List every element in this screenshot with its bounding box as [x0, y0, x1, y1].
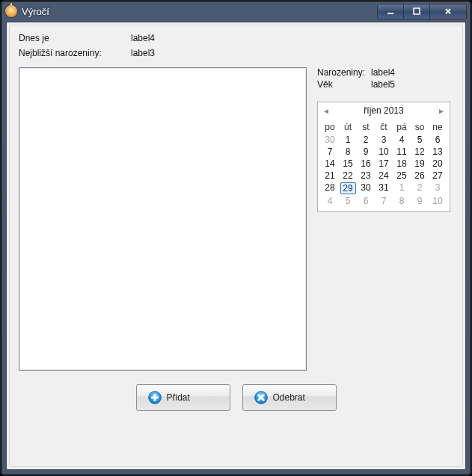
calendar-day[interactable]: 6: [357, 195, 375, 207]
calendar-day[interactable]: 24: [375, 170, 393, 182]
calendar-day[interactable]: 7: [375, 195, 393, 207]
calendar-day[interactable]: 22: [339, 170, 357, 182]
today-row: Dnes je label4: [19, 33, 453, 43]
close-button[interactable]: [430, 4, 467, 19]
calendar-caption[interactable]: říjen 2013: [364, 105, 403, 116]
calendar-day[interactable]: 5: [411, 134, 429, 146]
calendar-day[interactable]: 30: [357, 182, 375, 195]
calendar-day[interactable]: 20: [429, 158, 447, 170]
maximize-button[interactable]: [404, 4, 430, 19]
add-button-label: Přidat: [167, 392, 190, 403]
next-birthday-label: Nejbližší narozeniny:: [19, 48, 131, 58]
plus-circle-icon: [147, 390, 162, 405]
calendar-day[interactable]: 25: [393, 170, 411, 182]
calendar-day[interactable]: 29: [339, 182, 357, 195]
calendar-day[interactable]: 18: [393, 158, 411, 170]
calendar-day[interactable]: 21: [321, 170, 339, 182]
calendar-day[interactable]: 31: [375, 182, 393, 195]
calendar-day[interactable]: 10: [429, 195, 447, 207]
calendar-day[interactable]: 8: [339, 146, 357, 158]
calendar-day[interactable]: 19: [411, 158, 429, 170]
remove-button-label: Odebrat: [273, 392, 305, 403]
calendar-day[interactable]: 16: [357, 158, 375, 170]
calendar-day[interactable]: 11: [393, 146, 411, 158]
app-window: Výročí Dnes je label4 Nejbližší narozeni…: [0, 0, 472, 476]
calendar-day-header: pá: [393, 120, 411, 134]
window-title: Výročí: [22, 6, 49, 17]
age-value: label5: [371, 79, 395, 90]
age-label: Věk: [317, 79, 371, 90]
calendar-next-button[interactable]: ►: [438, 107, 445, 115]
svg-rect-1: [414, 8, 420, 14]
calendar-day[interactable]: 15: [339, 158, 357, 170]
calendar-day[interactable]: 4: [321, 195, 339, 207]
calendar-day[interactable]: 30: [321, 134, 339, 146]
calendar[interactable]: ◄ říjen 2013 ► poútstčtpásone30123456789…: [317, 102, 450, 212]
svg-rect-4: [151, 397, 159, 399]
calendar-day[interactable]: 10: [375, 146, 393, 158]
people-listbox[interactable]: [19, 67, 307, 371]
calendar-day[interactable]: 8: [393, 195, 411, 207]
calendar-day[interactable]: 14: [321, 158, 339, 170]
calendar-day[interactable]: 26: [411, 170, 429, 182]
client-area: Dnes je label4 Nejbližší narozeniny: lab…: [6, 22, 466, 470]
app-icon: [5, 5, 17, 17]
button-bar: Přidat Odebrat: [19, 371, 453, 411]
calendar-day[interactable]: 6: [429, 134, 447, 146]
birthday-label: Narozeniny:: [317, 67, 371, 78]
calendar-day[interactable]: 23: [357, 170, 375, 182]
calendar-day[interactable]: 9: [357, 146, 375, 158]
calendar-day-header: út: [339, 120, 357, 134]
calendar-day[interactable]: 17: [375, 158, 393, 170]
calendar-day[interactable]: 5: [339, 195, 357, 207]
calendar-day[interactable]: 1: [393, 182, 411, 195]
calendar-day[interactable]: 12: [411, 146, 429, 158]
details-panel: Narozeniny: label4 Věk label5 ◄ říjen 20…: [317, 67, 453, 212]
calendar-day[interactable]: 4: [393, 134, 411, 146]
svg-rect-0: [387, 13, 393, 14]
titlebar[interactable]: Výročí: [1, 1, 471, 22]
today-label: Dnes je: [19, 33, 131, 43]
maximize-icon: [412, 7, 421, 16]
calendar-day[interactable]: 9: [411, 195, 429, 207]
calendar-day-header: st: [357, 120, 375, 134]
calendar-prev-button[interactable]: ◄: [322, 107, 330, 115]
calendar-day[interactable]: 13: [429, 146, 447, 158]
x-circle-icon: [254, 390, 269, 405]
window-controls: [377, 4, 467, 19]
calendar-day-header: so: [411, 120, 429, 134]
calendar-day[interactable]: 3: [429, 182, 447, 195]
birthday-value: label4: [371, 67, 395, 78]
minimize-icon: [386, 7, 395, 16]
calendar-day[interactable]: 3: [375, 134, 393, 146]
next-birthday-row: Nejbližší narozeniny: label3: [19, 48, 453, 58]
calendar-day-header: po: [321, 120, 339, 134]
remove-button[interactable]: Odebrat: [242, 384, 337, 411]
calendar-day-header: ne: [429, 120, 447, 134]
add-button[interactable]: Přidat: [136, 384, 230, 411]
calendar-day-header: čt: [375, 120, 393, 134]
calendar-day[interactable]: 27: [429, 170, 447, 182]
calendar-day[interactable]: 2: [411, 182, 429, 195]
calendar-day[interactable]: 1: [339, 134, 357, 146]
calendar-grid: poútstčtpásone30123456789101112131415161…: [318, 119, 450, 211]
calendar-day[interactable]: 7: [321, 146, 339, 158]
calendar-day[interactable]: 28: [321, 182, 339, 195]
calendar-day[interactable]: 2: [357, 134, 375, 146]
minimize-button[interactable]: [377, 4, 404, 19]
today-value: label4: [131, 33, 155, 43]
close-icon: [444, 7, 453, 16]
next-birthday-value: label3: [131, 48, 155, 58]
